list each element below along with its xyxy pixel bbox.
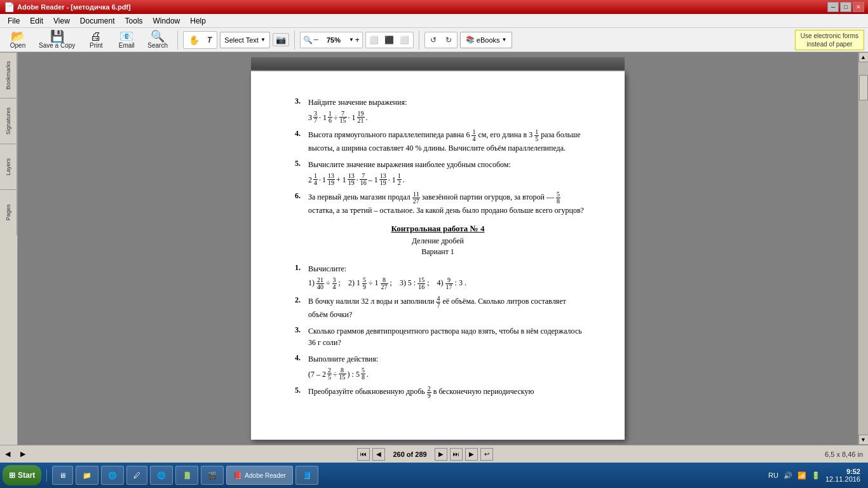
email-button[interactable]: 📧 Email [112, 29, 140, 51]
search-icon: 🔍 [151, 30, 165, 42]
problem-6: 6. За первый день магазин продал 1127 за… [289, 191, 587, 216]
start-button[interactable]: ⊞ Start [3, 465, 41, 485]
bookmarks-tab[interactable]: Bookmarks [0, 52, 18, 98]
start-icon: ⊞ [9, 471, 15, 480]
problem-5: 5. Вычислите значение выражения наиболее… [289, 159, 587, 186]
scroll-thumb[interactable] [859, 75, 868, 100]
problem-4-content: Высота прямоугольного параллелепипеда ра… [308, 129, 587, 154]
pdf-page: 3. Найдите значение выражения: 3 37 · 1 … [251, 71, 625, 440]
signatures-tab[interactable]: Signatures [0, 98, 18, 144]
menu-edit[interactable]: Edit [25, 15, 48, 27]
problem-4: 4. Высота прямоугольного параллелепипеда… [289, 129, 587, 154]
zoom-minus-button[interactable]: ─ [314, 36, 318, 43]
sub-problem-1-number: 1. [289, 263, 308, 273]
pages-tab[interactable]: Pages [0, 189, 18, 235]
explorer-icon: 📁 [83, 471, 92, 480]
scroll-up-button[interactable]: ▲ [858, 52, 869, 62]
zoom-controls: 🔍 ─ 75% ▼ + [300, 32, 363, 48]
open-icon: 📂 [11, 30, 25, 42]
first-page-button[interactable]: ⏮ [357, 448, 370, 461]
taskbar-excel[interactable]: 📗 [175, 466, 198, 485]
problem-5-number: 5. [289, 159, 308, 168]
menu-view[interactable]: View [48, 15, 75, 27]
open-button[interactable]: 📂 Open [4, 29, 32, 51]
replay-button[interactable]: ↩ [480, 448, 493, 461]
taskbar-adobe[interactable]: 📕 Adobe Reader [226, 466, 293, 485]
close-button[interactable]: ✕ [853, 2, 864, 12]
zoom-plus-button[interactable]: + [355, 36, 360, 44]
play-button[interactable]: ▶ [465, 448, 478, 461]
vertical-scrollbar[interactable]: ▲ ▼ [858, 52, 868, 445]
computer-icon: 🖥 [59, 471, 66, 479]
open-label: Open [10, 42, 25, 49]
page-size: 6,5 x 8,46 in [825, 451, 863, 458]
next-page-button[interactable]: ▶ [435, 448, 447, 461]
menu-window[interactable]: Window [148, 15, 186, 27]
lang-indicator[interactable]: RU [768, 471, 778, 479]
problem-3-content: Найдите значение выражения: 3 37 · 1 16 … [308, 97, 587, 124]
bottom-navigation-bar: ◀ ▶ ⏮ ◀ 260 of 289 ▶ ⏭ ▶ ↩ 6,5 x 8,46 in [0, 445, 868, 463]
taskbar-separator [46, 469, 47, 482]
page-top-bar [251, 57, 625, 70]
network-tray-icon[interactable]: 📶 [797, 471, 806, 480]
email-icon: 📧 [119, 30, 133, 42]
menu-tools[interactable]: Tools [120, 15, 148, 27]
clock-time: 9:52 [825, 468, 860, 475]
select-text-button[interactable]: Select Text ▼ [220, 32, 270, 48]
taskbar-media[interactable]: 🎬 [201, 466, 224, 485]
taskbar-chrome[interactable]: 🌐 [101, 466, 124, 485]
horizontal-scroll-left[interactable]: ◀ [5, 450, 10, 458]
sub-problem-5: 5. Преобразуйте обыкновенную дробь 29 в … [289, 386, 587, 399]
toolbar-separator-2 [294, 30, 295, 50]
taskbar-graphics[interactable]: 🖊 [126, 466, 147, 485]
zoom-dropdown-icon[interactable]: ▼ [349, 37, 354, 43]
menu-file[interactable]: File [3, 15, 25, 27]
hand-tool-button[interactable]: ✋ [186, 34, 202, 46]
page-navigation-group: ⏮ ◀ 260 of 289 ▶ ⏭ ▶ ↩ [25, 448, 825, 461]
scroll-down-button[interactable]: ▼ [858, 435, 869, 445]
taskbar-explorer[interactable]: 📁 [76, 466, 98, 485]
menu-document[interactable]: Document [75, 15, 120, 27]
rotate-ccw-button[interactable]: ↺ [426, 33, 440, 47]
zoom-out-icon[interactable]: 🔍 [303, 36, 313, 44]
fit-full-button[interactable]: ⬜ [398, 33, 412, 47]
media-icon: 🎬 [208, 471, 217, 480]
menu-help[interactable]: Help [185, 15, 211, 27]
prev-page-button[interactable]: ◀ [372, 448, 385, 461]
problem-5-content: Вычислите значение выражения наиболее уд… [308, 159, 587, 186]
maximize-button[interactable]: □ [840, 2, 851, 12]
toolbar-separator-1 [177, 30, 178, 50]
text-tool-button[interactable]: T [205, 34, 214, 46]
sub-problem-3: 3. Сколько граммов девятипроцентного рас… [289, 325, 587, 348]
window-controls: ─ □ ✕ [827, 2, 864, 12]
horizontal-scroll-right[interactable]: ▶ [20, 450, 25, 458]
ebooks-dropdown-icon: ▼ [502, 37, 507, 43]
print-button[interactable]: 🖨 Print [82, 29, 110, 51]
select-dropdown-icon: ▼ [261, 37, 266, 43]
battery-icon[interactable]: 🔋 [811, 471, 820, 480]
toolbar-separator-3 [419, 30, 419, 50]
search-label: Search [147, 42, 168, 49]
taskbar-network[interactable]: 🌐 [150, 466, 173, 485]
forms-notice: Use electronic forms instead of paper [795, 30, 864, 50]
minimize-button[interactable]: ─ [827, 2, 839, 12]
fit-page-button[interactable]: ⬜ [367, 33, 381, 47]
zoom-value[interactable]: 75% [320, 36, 348, 44]
problem-6-content: За первый день магазин продал 1127 завез… [308, 191, 587, 216]
save-copy-button[interactable]: 💾 Save a Copy [34, 29, 79, 51]
system-clock: 9:52 12.11.2016 [825, 468, 860, 483]
taskbar-word[interactable]: 📘 [295, 466, 318, 485]
toolbar: 📂 Open 💾 Save a Copy 🖨 Print 📧 Email 🔍 S… [0, 28, 868, 52]
print-icon: 🖨 [90, 30, 102, 42]
menu-bar: File Edit View Document Tools Window Hel… [0, 14, 868, 28]
taskbar-computer[interactable]: 🖥 [52, 466, 73, 485]
snapshot-tool-button[interactable]: 📷 [273, 33, 289, 46]
last-page-button[interactable]: ⏭ [450, 448, 463, 461]
fit-width-button[interactable]: ⬛ [383, 33, 397, 47]
search-button[interactable]: 🔍 Search [143, 29, 172, 51]
ebooks-button[interactable]: 📚 eBooks ▼ [460, 32, 513, 48]
sub-problem-4: 4. Выполните действия: (7 – 2 25 ÷ 815 )… [289, 353, 587, 381]
rotate-cw-button[interactable]: ↻ [442, 33, 456, 47]
speaker-icon[interactable]: 🔊 [783, 471, 792, 480]
layers-tab[interactable]: Layers [0, 144, 18, 189]
